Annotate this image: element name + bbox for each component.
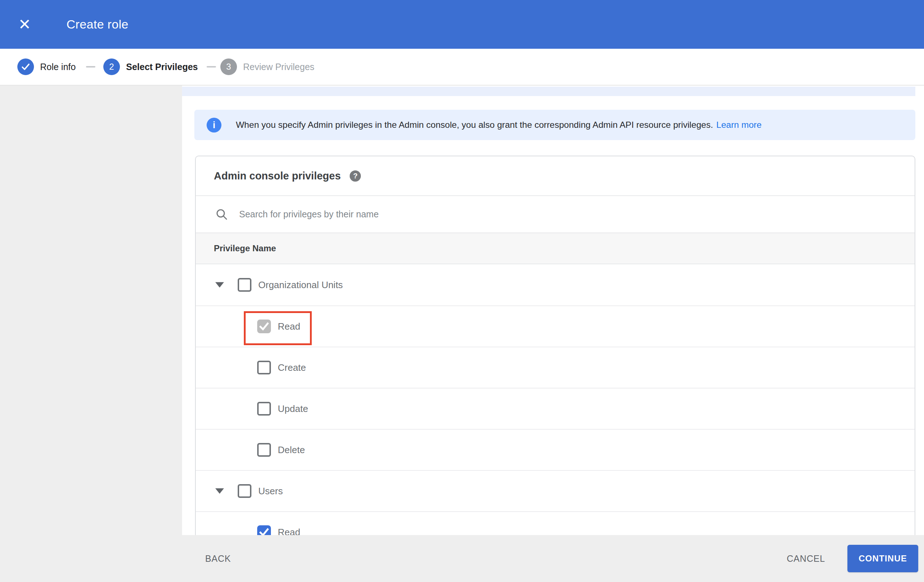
- step-review-privileges[interactable]: 3 Review Privileges: [220, 49, 314, 85]
- privilege-label: Update: [278, 403, 308, 414]
- privilege-search-input[interactable]: [239, 204, 915, 225]
- info-banner: i When you specify Admin privileges in t…: [194, 110, 915, 140]
- footer-action-bar: BACK CANCEL CONTINUE: [0, 535, 924, 582]
- privilege-label: Organizational Units: [258, 279, 343, 291]
- step-complete-check-icon: [17, 58, 34, 75]
- app-bar: ✕ Create role: [0, 0, 924, 49]
- card-header: Admin console privileges ?: [196, 156, 915, 195]
- back-button[interactable]: BACK: [205, 535, 231, 582]
- checkbox-users[interactable]: [238, 484, 251, 498]
- row-ou-create: Create: [196, 346, 915, 388]
- step-role-info[interactable]: Role info: [17, 49, 76, 85]
- step-label: Review Privileges: [243, 62, 314, 72]
- info-icon: i: [206, 118, 221, 132]
- check-icon: [258, 320, 270, 333]
- privilege-label: Read: [278, 321, 300, 332]
- continue-button[interactable]: CONTINUE: [847, 545, 918, 572]
- cancel-button[interactable]: CANCEL: [787, 535, 825, 582]
- help-icon[interactable]: ?: [350, 170, 361, 181]
- checkbox-ou-create[interactable]: [257, 361, 271, 374]
- checkbox-organizational-units[interactable]: [238, 278, 251, 292]
- info-banner-text: When you specify Admin privileges in the…: [236, 120, 713, 130]
- card-title: Admin console privileges: [214, 170, 341, 182]
- dialog-title: Create role: [66, 0, 129, 49]
- row-ou-delete: Delete: [196, 429, 915, 470]
- learn-more-link[interactable]: Learn more: [716, 120, 761, 130]
- privilege-label: Users: [258, 486, 283, 497]
- row-users: Users: [196, 470, 915, 511]
- privilege-search-row: [196, 195, 915, 232]
- row-ou-read: Read: [196, 305, 915, 346]
- column-header-privilege-name: Privilege Name: [196, 232, 915, 264]
- wizard-stepper: Role info 2 Select Privileges 3 Review P…: [0, 49, 924, 86]
- privilege-label: Create: [278, 362, 306, 373]
- step-label: Select Privileges: [126, 62, 198, 72]
- scrolled-content-edge: [182, 87, 915, 96]
- step-connector: [86, 66, 96, 68]
- left-gutter: [0, 86, 182, 582]
- close-icon[interactable]: ✕: [16, 0, 33, 49]
- step-select-privileges[interactable]: 2 Select Privileges: [103, 49, 198, 85]
- privilege-label: Delete: [278, 444, 305, 456]
- checkbox-ou-read[interactable]: [257, 320, 271, 333]
- create-role-dialog: ✕ Create role Role info 2 Select Privile…: [0, 0, 924, 582]
- admin-privileges-card: Admin console privileges ? Privilege Nam…: [195, 156, 915, 552]
- step-number-badge: 3: [220, 58, 237, 75]
- row-ou-update: Update: [196, 388, 915, 429]
- collapse-arrow-icon[interactable]: [215, 282, 224, 288]
- row-organizational-units: Organizational Units: [196, 264, 915, 305]
- checkbox-ou-update[interactable]: [257, 402, 271, 415]
- checkbox-ou-delete[interactable]: [257, 443, 271, 457]
- search-icon: [215, 208, 228, 221]
- collapse-arrow-icon[interactable]: [215, 488, 224, 494]
- step-connector: [206, 66, 216, 68]
- step-label: Role info: [40, 62, 76, 72]
- step-number-badge: 2: [103, 58, 120, 75]
